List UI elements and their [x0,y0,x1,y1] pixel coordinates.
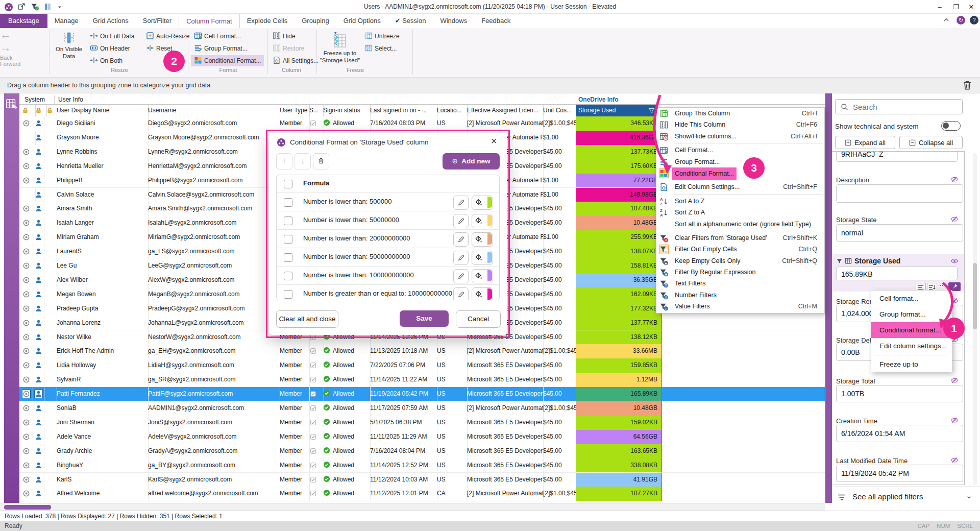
cell-storage[interactable]: 255.99KB [576,230,662,245]
edit-rule-button[interactable] [453,251,469,265]
cell-user[interactable]: DiegoS@sygx2.onmicrosoft.com [145,116,280,131]
cell-signed[interactable]: 11/14/2025 11:22 AM [368,373,437,387]
cell-name[interactable]: Miriam Graham [54,230,149,245]
table-row[interactable]: Adele VanceAdeleV@sygx2.onmicrosoft.comM… [19,430,825,445]
cell-cost[interactable]: $45.00 [541,473,579,487]
cell-ind1[interactable] [19,430,33,444]
cell-storage[interactable]: 36.35GB [576,273,662,288]
cell-user[interactable]: ga_SR@sygx2.onmicrosoft.com [145,373,280,387]
cell-name[interactable]: Diego Siciliani [54,116,149,131]
tab-manage[interactable]: Manage [47,14,86,28]
restore-button[interactable]: ❐ [948,2,964,12]
menu-item-value-filters[interactable]: ✓Value FiltersCtrl+M [656,301,824,312]
cell-status[interactable]: Allowed [321,344,371,358]
cell-ind1[interactable] [19,487,33,501]
cell-lic[interactable]: Microsoft 365 E5 Developer [464,473,544,487]
menu-item-conditional-format-[interactable]: Conditional Format... [656,167,824,179]
cell-cost[interactable]: $45.00 [541,145,579,159]
cell-user[interactable]: AADMIN1@sygx2.onmicrosoft.com [145,401,280,416]
cell-ind1[interactable] [19,401,33,416]
close-icon[interactable]: ✕ [491,136,497,146]
tab-backstage[interactable]: Backstage [0,14,47,28]
cell-status[interactable]: Allowed [321,416,371,430]
field-menu-item-freeze-up-to[interactable]: Freeze up to [871,356,952,372]
edit-rule-button[interactable] [453,269,469,283]
cell-type[interactable]: Member [277,387,310,401]
ribbon-button-cell-format-[interactable]: Cell Format... [194,31,241,42]
cell-loc[interactable]: US [434,401,468,416]
cell-type[interactable]: Member [277,473,310,487]
tab-sort-filter[interactable]: Sort/Filter [136,14,179,28]
edit-rule-button[interactable] [453,287,469,300]
cell-ind1[interactable] [19,344,33,358]
add-new-button[interactable]: ⊕ Add new [443,153,500,170]
save-button[interactable]: Save [400,310,449,327]
cell-signed[interactable]: 11/19/2024 05:42 PM [368,387,437,401]
cell-name[interactable]: Lee Gu [54,259,149,273]
column-header-storage-used[interactable]: Storage Used [576,105,657,116]
cell-storage[interactable]: 10.48GB [576,216,662,231]
ribbon-button-unfreeze[interactable]: Unfreeze [364,31,400,42]
cell-user[interactable]: NestorW@sygx2.onmicrosoft.com [145,330,280,345]
grouping-zone[interactable]: Drag a column header to this grouping zo… [0,78,980,93]
cell-signed[interactable]: 11/13/2025 10:18 AM [368,344,437,358]
rule-checkbox[interactable] [284,235,292,244]
cell-status[interactable]: Allowed [321,116,371,131]
cell-ind2[interactable] [33,330,44,345]
field-value-storage-total[interactable]: 1.00TB [836,385,963,402]
column-header-sign-in-status[interactable]: Sign-in status [321,105,371,116]
cell-storage[interactable]: 177.32KB [576,302,662,317]
cell-ind1[interactable] [19,416,33,430]
cell-storage[interactable]: 107.40KB [576,202,662,216]
cell-type[interactable]: Member [277,401,310,416]
cell-name[interactable]: SoniaB [54,401,149,416]
cell-status[interactable]: Allowed [321,487,371,501]
cell-cost[interactable]: $45.00 [541,259,579,273]
cell-type[interactable]: Member [277,373,310,387]
table-row[interactable]: Grady ArchieGradyA@sygx2.onmicrosoft.com… [19,444,825,459]
cell-user[interactable]: JohannaL@sygx2.onmicrosoft.com [145,316,280,330]
menu-item-group-format-[interactable]: Group Format... [656,156,824,167]
cell-ind1[interactable] [19,444,33,458]
menu-item-filter-by-regular-expression[interactable]: ✱Filter By Regular Expression [656,267,824,278]
cell-cost[interactable]: $1.00 [541,174,579,188]
cell-cost[interactable]: $1.00 [541,131,579,145]
cell-ind1[interactable] [19,473,33,487]
cell-lic[interactable]: Microsoft 365 E5 Developer [464,444,544,458]
edit-rule-button[interactable] [453,214,469,228]
field-value-storage-used[interactable]: 165.89KB [836,267,958,280]
cell-user[interactable]: alfred.welcome@sygx2.onmicrosoft.com [145,487,280,501]
ribbon-button-conditional-format-[interactable]: Conditional Format... [191,55,264,66]
more-options-button[interactable]: ⋯ [939,281,946,289]
cell-cost[interactable]: $45.00 [541,387,579,401]
cell-ind1[interactable] [19,116,33,131]
cell-lic[interactable]: Microsoft 365 E5 Developer [464,416,544,430]
column-header-username[interactable]: Username [145,105,280,116]
cell-cost[interactable]: $45.00 [541,316,579,330]
cell-signed[interactable]: 11/14/2025 12:52 PM [368,458,437,473]
cell-user[interactable]: Calvin.Solace@sygx2.onmicrosoft.com [145,188,280,202]
ribbon-button-group-format-[interactable]: Group Format... [194,43,248,54]
cell-name[interactable]: Erick Hoff The Admin [54,344,149,358]
ribbon-button-freeze-up-to-storage-used-[interactable]: Freeze up to"Storage Used" [320,30,360,66]
cell-cost[interactable]: $45.00 [541,216,579,230]
field-menu-item-cell-format-[interactable]: Cell format... [871,291,952,306]
grid-horizontal-scrollbar[interactable] [0,503,825,511]
ribbon-button-select-[interactable]: Select... [364,43,397,54]
menu-item-filter-out-empty-cells[interactable]: ▭Filter Out Empty CellsCtrl+Q [656,244,824,255]
cell-signed[interactable]: 7/22/2025 07:06 PM [368,358,437,373]
rule-color-button[interactable] [472,287,493,300]
column-header-user-type[interactable]: User Type [277,105,310,116]
cell-ind2[interactable] [33,387,44,401]
cell-ind1[interactable] [19,259,33,273]
tab-session[interactable]: ✔ Session [388,14,433,28]
cell-ind2[interactable] [33,216,44,230]
tab-grouping[interactable]: Grouping [295,14,336,28]
cell-user[interactable]: KarlS@sygx2.onmicrosoft.com [145,473,280,487]
cell-ind1[interactable] [19,330,33,345]
cell-ind1[interactable] [19,387,33,401]
cell-user[interactable]: LidiaH@sygx2.onmicrosoft.com [145,358,280,373]
search-input[interactable] [852,101,954,112]
cell-lic[interactable]: [2] Microsoft Power Automate Free [464,116,544,131]
cell-status[interactable]: Allowed [321,387,371,401]
